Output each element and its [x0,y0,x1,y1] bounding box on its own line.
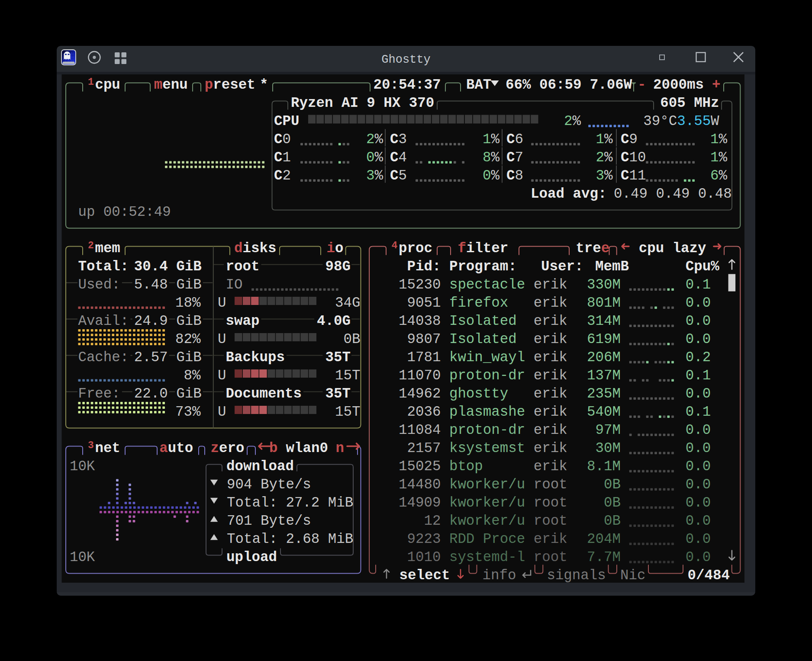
svg-text:15025: 15025 [399,459,441,475]
svg-text:0.1: 0.1 [686,404,711,420]
svg-text:root: root [226,259,260,275]
svg-text:0B: 0B [587,477,621,493]
svg-text:2000ms: 2000ms [653,77,704,93]
svg-text:erik: erik [534,440,567,456]
svg-text:C: C [621,168,629,184]
svg-text:9051: 9051 [399,295,441,311]
svg-text:erik: erik [534,404,567,420]
svg-text:0.1: 0.1 [686,368,711,384]
svg-text:ksystemst: ksystemst [449,440,525,456]
svg-text:GiB: GiB [176,313,201,329]
svg-text:isks: isks [243,241,277,257]
svg-text:14909: 14909 [399,495,441,511]
svg-text:download: download [226,459,294,475]
svg-text:ghostty: ghostty [449,386,508,402]
svg-text:2.57: 2.57 [134,350,168,366]
svg-text:proton-dr: proton-dr [449,422,525,438]
svg-text:%: % [375,168,383,184]
svg-text:GiB: GiB [176,350,201,366]
svg-text:4.0G: 4.0G [317,313,351,329]
svg-text:6: 6 [710,168,719,184]
svg-text:m: m [154,77,163,93]
svg-text:uto: uto [168,440,193,456]
svg-text:30M: 30M [587,440,621,456]
svg-text:erik: erik [534,295,567,311]
svg-text:mem: mem [95,241,120,257]
svg-text:314M: 314M [587,313,621,329]
svg-text:0/484: 0/484 [688,568,730,584]
svg-text:0.2: 0.2 [686,350,711,366]
svg-text:Pid:: Pid: [407,259,441,275]
svg-text:11: 11 [629,168,646,184]
svg-text:erik: erik [534,313,567,329]
svg-text:ilter: ilter [466,241,508,257]
svg-text:kwin_wayl: kwin_wayl [449,350,525,366]
svg-text:0.0: 0.0 [686,313,711,329]
svg-text:%: % [573,113,581,129]
svg-text:erik: erik [534,531,567,547]
svg-text:proc: proc [399,241,432,257]
svg-text:7: 7 [515,150,524,166]
svg-text:Isolated: Isolated [449,331,517,347]
svg-text:*: * [260,77,268,93]
svg-text:Nic: Nic [620,568,645,584]
svg-text:0.0: 0.0 [686,459,711,475]
svg-text:2: 2 [564,113,573,129]
svg-text:C: C [506,132,515,148]
svg-text:11070: 11070 [399,368,441,384]
svg-text:kworker/u: kworker/u [449,495,525,511]
svg-text:erik: erik [534,331,567,347]
svg-text:C: C [506,168,515,184]
svg-text:904 Byte/s: 904 Byte/s [227,477,311,493]
svg-text:Total: 2.68 MiB: Total: 2.68 MiB [227,531,353,547]
svg-text:8.1M: 8.1M [587,459,621,475]
svg-text:1010: 1010 [399,549,441,565]
svg-text:5.48: 5.48 [134,277,168,293]
svg-text:reset: reset [213,77,255,93]
svg-text:0B: 0B [587,513,621,529]
svg-text:firefox: firefox [449,295,508,311]
svg-text:swap: swap [226,313,260,329]
svg-text:35T: 35T [325,386,351,402]
svg-text:enu: enu [162,77,187,93]
svg-text:erik: erik [534,350,567,366]
svg-text:info: info [483,568,516,584]
svg-text:0.0: 0.0 [686,513,711,529]
svg-text:3: 3 [88,440,94,451]
svg-text:d: d [234,241,243,257]
svg-text:kworker/u: kworker/u [449,513,525,529]
svg-text:systemd-l: systemd-l [449,549,525,565]
svg-text:137M: 137M [587,368,621,384]
svg-text:619M: 619M [587,331,621,347]
svg-text:204M: 204M [587,531,621,547]
svg-text:2: 2 [366,132,375,148]
svg-text:RDD Proce: RDD Proce [449,531,525,547]
svg-text:14480: 14480 [399,477,441,493]
svg-text:8%: 8% [184,368,201,384]
svg-text:Documents: Documents [226,386,302,402]
svg-text:0.0: 0.0 [686,422,711,438]
svg-text:66% 06:59 7.06W: 66% 06:59 7.06W [506,77,632,93]
svg-text:7.7M: 7.7M [587,549,621,565]
svg-text:%: % [604,132,613,148]
svg-text:1: 1 [283,150,291,166]
svg-text:Cpu%: Cpu% [686,259,719,275]
svg-text:82%: 82% [175,331,201,347]
svg-text:0.0: 0.0 [686,531,711,547]
svg-text:Cache:: Cache: [78,350,129,366]
svg-text:0.0: 0.0 [686,549,711,565]
svg-text:C: C [390,132,399,148]
svg-text:8: 8 [515,168,524,184]
svg-text:p: p [205,77,213,93]
svg-text:206M: 206M [587,350,621,366]
svg-text:o: o [335,241,344,257]
svg-text:1781: 1781 [399,350,441,366]
svg-text:erik: erik [534,422,567,438]
svg-text:C: C [274,132,283,148]
svg-text:root: root [534,513,567,529]
svg-text:0: 0 [483,168,491,184]
svg-text:10: 10 [629,150,646,166]
svg-text:spectacle: spectacle [449,277,525,293]
svg-text:f: f [458,241,466,257]
svg-text:btop: btop [449,459,483,475]
